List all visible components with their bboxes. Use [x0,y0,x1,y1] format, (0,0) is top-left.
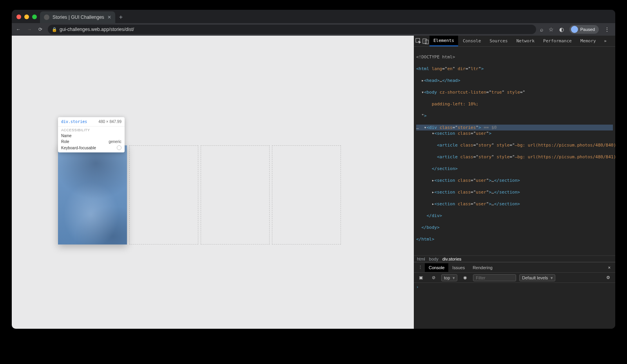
maximize-window-icon[interactable] [32,14,37,19]
tab-title: Stories | GUI Challenges [53,14,104,20]
drawer-tab-rendering[interactable]: Rendering [469,263,497,272]
context-selector[interactable]: top [441,274,457,281]
tab-network[interactable]: Network [513,36,538,46]
console-filter-bar: ▣ ⊘ top ◉ Default levels ⚙ [414,273,615,283]
dom-tree[interactable]: <!DOCTYPE html> <html lang="en" dir="ltr… [414,47,615,255]
focusable-indicator-icon [117,145,121,150]
profile-chip[interactable]: Paused [569,25,599,34]
extension-icon[interactable]: ◐ [559,26,564,33]
minimize-window-icon[interactable] [24,14,29,19]
story-card[interactable] [129,145,198,244]
tooltip-role-label: Role [61,139,69,144]
tooltip-role-value: generic [109,139,121,144]
toolbar-right: ⌕ ☆ ◐ Paused ⋮ [540,25,612,34]
tooltip-focusable-label: Keyboard-focusable [61,146,96,150]
browser-window: Stories | GUI Challenges ✕ + ← → ⟳ 🔒 gui… [12,10,615,329]
tooltip-dimensions: 480 × 847.99 [98,120,121,124]
kebab-menu-icon[interactable]: ⋮ [604,26,610,33]
browser-tab[interactable]: Stories | GUI Challenges ✕ [40,11,115,23]
console-prompt: › [416,284,419,290]
live-expression-icon[interactable]: ◉ [460,273,470,283]
tab-console[interactable]: Console [459,36,485,46]
forward-button[interactable]: → [26,27,33,32]
rendered-page: div.stories 480 × 847.99 ACCESSIBILITY N… [12,36,414,329]
bookmark-icon[interactable]: ☆ [549,26,554,33]
console-filter-input[interactable] [473,274,516,281]
close-window-icon[interactable] [16,14,21,19]
devtools-panel: Elements Console Sources Network Perform… [414,36,615,329]
tab-elements[interactable]: Elements [429,36,458,46]
tab-memory[interactable]: Memory [576,36,600,46]
dom-doctype: <!DOCTYPE html> [416,54,455,60]
content-split: div.stories 480 × 847.99 ACCESSIBILITY N… [12,36,615,329]
story-card[interactable] [201,145,270,244]
back-button[interactable]: ← [15,27,22,32]
drawer-tabs: ⋮ Console Issues Rendering ✕ [414,263,615,273]
more-tabs-icon[interactable]: » [601,36,610,46]
settings-icon[interactable]: ⚙ [613,36,615,46]
drawer-menu-icon[interactable]: ⋮ [415,263,425,272]
drawer-tab-console[interactable]: Console [425,263,448,272]
window-controls [15,14,40,23]
clear-console-icon[interactable]: ⊘ [429,273,438,283]
profile-label: Paused [580,27,595,32]
favicon-icon [44,14,49,20]
tab-strip: Stories | GUI Challenges ✕ + [12,10,615,23]
tooltip-acc-header: ACCESSIBILITY [58,127,125,133]
reload-button[interactable]: ⟳ [37,27,44,32]
device-toolbar-icon[interactable] [422,36,429,46]
tab-performance[interactable]: Performance [539,36,576,46]
tooltip-name-label: Name [61,134,72,138]
inspect-element-icon[interactable] [415,36,422,46]
new-tab-button[interactable]: + [115,14,127,23]
tooltip-selector: div.stories [61,120,87,124]
console-body[interactable]: › [414,283,615,329]
body-style-value: padding-left: 10%; [432,101,478,107]
element-inspector-tooltip: div.stories 480 × 847.99 ACCESSIBILITY N… [58,117,125,152]
address-bar[interactable]: 🔒 gui-challenges.web.app/stories/dist/ [48,25,536,34]
crumb-current[interactable]: div.stories [442,257,462,261]
search-icon[interactable]: ⌕ [540,26,543,33]
url-text: gui-challenges.web.app/stories/dist/ [60,27,134,32]
sidebar-toggle-icon[interactable]: ▣ [416,273,426,283]
console-drawer: ⋮ Console Issues Rendering ✕ ▣ ⊘ top ◉ D… [414,262,615,329]
devtools-tabbar: Elements Console Sources Network Perform… [414,36,615,47]
story-card-highlighted[interactable] [58,145,127,244]
browser-toolbar: ← → ⟳ 🔒 gui-challenges.web.app/stories/d… [12,23,615,36]
crumb-html[interactable]: html [417,257,425,261]
console-settings-icon[interactable]: ⚙ [603,273,613,283]
stories-container [58,145,341,244]
svg-rect-1 [423,39,426,43]
crumb-body[interactable]: body [429,257,439,261]
story-card[interactable] [272,145,341,244]
drawer-close-icon[interactable]: ✕ [605,263,614,272]
dom-breadcrumbs: html body div.stories [414,255,615,262]
lock-icon: 🔒 [52,27,57,32]
drawer-tab-issues[interactable]: Issues [448,263,469,272]
avatar-icon [571,26,578,33]
close-tab-icon[interactable]: ✕ [107,14,111,20]
log-levels-selector[interactable]: Default levels [519,274,555,281]
tab-sources[interactable]: Sources [486,36,511,46]
